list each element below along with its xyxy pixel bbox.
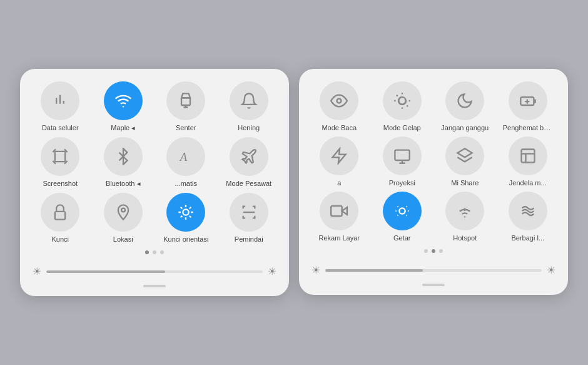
icon-otomatis[interactable]: A ...matis [156, 137, 216, 188]
dot-r2 [432, 249, 435, 253]
label-mi-share: Mi Share [451, 179, 479, 187]
svg-text:A: A [179, 150, 188, 163]
svg-point-5 [121, 208, 125, 212]
icon-circle-hotspot [445, 192, 484, 230]
brightness-bar-right[interactable] [325, 269, 542, 272]
icon-penghemat-baterai[interactable]: Penghemat ba... [498, 81, 559, 131]
icon-hotspot[interactable]: Hotspot [435, 192, 495, 242]
icon-circle-kunci [41, 193, 79, 232]
svg-rect-2 [55, 152, 65, 162]
svg-point-0 [123, 106, 124, 107]
icon-rekam-layar[interactable]: Rekam Layar [309, 192, 370, 242]
label-bluetooth: Bluetooth ◂ [106, 180, 141, 188]
brightness-fill-left [46, 270, 165, 273]
icon-mode-pesawat[interactable]: Mode Pesawat [219, 137, 280, 188]
svg-line-12 [397, 95, 398, 96]
label-kunci-orientasi: Kunci orientasi [163, 235, 208, 243]
panel-left-grid: Data seluler Maple ◂ Senter Hening [30, 81, 279, 243]
icon-circle-mode-pesawat [230, 137, 268, 176]
icon-circle-getar [383, 192, 422, 230]
svg-rect-19 [395, 150, 409, 160]
label-jendela-m: Jendela m... [509, 179, 547, 187]
svg-point-8 [337, 99, 342, 103]
svg-rect-1 [181, 98, 190, 105]
label-mode-baca: Mode Baca [322, 124, 357, 131]
icon-proyeksi[interactable]: Proyeksi [372, 136, 433, 187]
brightness-low-icon: ☀ [33, 265, 41, 277]
panel-right: Mode Baca Mode Gelap Jangan ganggu Pengh… [299, 69, 568, 295]
handle-bar-left [143, 285, 166, 287]
icon-circle-kunci-orientasi [166, 193, 205, 232]
brightness-high-icon: ☀ [268, 265, 276, 277]
icon-circle-screenshot [41, 137, 79, 176]
icon-circle-mode-gelap [383, 81, 422, 120]
icon-screenshot[interactable]: Screenshot [30, 137, 91, 188]
label-kunci: Kunci [51, 235, 69, 243]
icon-lokasi[interactable]: Lokasi [93, 193, 154, 243]
dot-1 [145, 250, 149, 254]
icon-jangan-ganggu[interactable]: Jangan ganggu [435, 81, 495, 131]
handle-bar-right [422, 284, 445, 286]
icon-mode-baca[interactable]: Mode Baca [309, 81, 370, 131]
label-screenshot: Screenshot [43, 180, 78, 187]
label-pemindai: Pemindai [235, 235, 263, 243]
icon-circle-jangan-ganggu [445, 81, 484, 120]
dot-3 [160, 250, 164, 254]
icon-circle-senter [166, 81, 205, 120]
svg-point-29 [464, 216, 465, 217]
icon-circle-penghemat-baterai [509, 81, 547, 120]
icon-data-seluler[interactable]: Data seluler [30, 81, 91, 132]
panel-left: Data seluler Maple ◂ Senter Hening [20, 69, 289, 296]
label-berbagi: Berbagi l... [511, 234, 544, 242]
icon-kunci-orientasi[interactable]: Kunci orientasi [156, 193, 216, 243]
svg-marker-22 [458, 148, 472, 157]
panel-left-dots [30, 250, 279, 254]
brightness-row-right[interactable]: ☀ ☀ [309, 259, 558, 279]
svg-rect-28 [399, 208, 405, 213]
label-hotspot: Hotspot [453, 234, 477, 242]
icon-circle-bluetooth [104, 137, 143, 176]
icon-hening[interactable]: Hening [219, 81, 280, 132]
icon-kunci[interactable]: Kunci [30, 193, 91, 243]
label-jangan-ganggu: Jangan ganggu [441, 124, 489, 131]
icon-mi-share[interactable]: Mi Share [435, 136, 495, 187]
label-penghem2: a [337, 179, 341, 187]
icon-jendela-m[interactable]: Jendela m... [498, 136, 559, 187]
label-wifi: Maple ◂ [111, 124, 135, 132]
icon-circle-proyeksi [383, 136, 422, 175]
label-getar: Getar [393, 234, 411, 242]
icon-wifi[interactable]: Maple ◂ [93, 81, 154, 132]
icon-circle-rekam-layar [320, 192, 358, 230]
label-penghemat-baterai: Penghemat ba... [503, 124, 553, 131]
brightness-bar-left[interactable] [46, 270, 263, 273]
icon-getar[interactable]: Getar [372, 192, 433, 242]
svg-rect-23 [521, 150, 534, 163]
icon-circle-mode-baca [320, 81, 358, 120]
label-hening: Hening [238, 124, 260, 131]
icon-bluetooth[interactable]: Bluetooth ◂ [93, 137, 154, 188]
label-proyeksi: Proyeksi [389, 179, 415, 187]
icon-senter[interactable]: Senter [156, 81, 216, 132]
svg-point-6 [183, 209, 189, 215]
label-lokasi: Lokasi [113, 235, 133, 243]
brightness-row-left[interactable]: ☀ ☀ [30, 260, 279, 280]
brightness-high-icon-right: ☀ [547, 264, 555, 276]
brightness-low-icon-right: ☀ [312, 264, 320, 276]
svg-line-13 [407, 105, 408, 106]
svg-rect-4 [55, 212, 65, 220]
icon-penghem2[interactable]: a [309, 136, 370, 187]
label-rekam-layar: Rekam Layar [319, 234, 360, 242]
icon-circle-pemindai [230, 193, 268, 232]
icon-berbagi[interactable]: Berbagi l... [498, 192, 559, 242]
label-otomatis: ...matis [175, 180, 197, 187]
icon-pemindai[interactable]: Pemindai [219, 193, 280, 243]
dot-r3 [439, 249, 443, 253]
icon-circle-hening [230, 81, 268, 120]
dot-r1 [424, 249, 428, 253]
label-senter: Senter [176, 124, 196, 131]
icon-circle-otomatis: A [166, 137, 205, 176]
label-mode-gelap: Mode Gelap [383, 124, 421, 131]
brightness-fill-right [325, 269, 423, 272]
icon-mode-gelap[interactable]: Mode Gelap [372, 81, 433, 131]
icon-circle-data-seluler [41, 81, 79, 120]
